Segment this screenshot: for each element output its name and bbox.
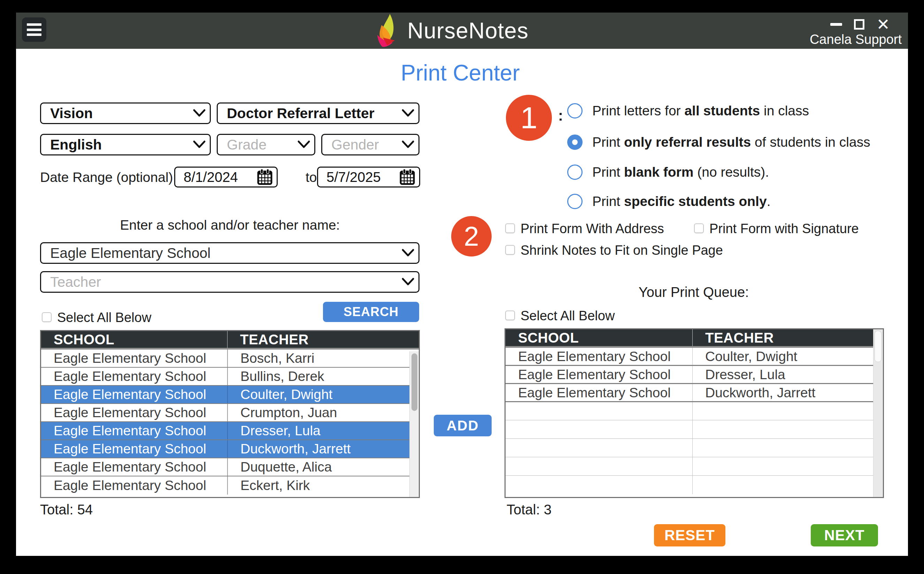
teacher-cell [693,457,873,475]
table-header: SCHOOL TEACHER [41,331,419,350]
radio-label: Print letters for all students in class [592,103,809,118]
chevron-down-icon [293,140,314,149]
left-select-all-label: Select All Below [57,310,151,325]
table-row[interactable]: Eagle Elementary School Coulter, Dwight [41,386,409,404]
table-row[interactable]: Eagle Elementary School Duckworth, Jarre… [41,440,409,458]
date-start-value: 8/1/2024 [175,169,257,185]
app-title: NurseNotes [407,18,529,44]
table-row[interactable]: Eagle Elementary School Crumpton, Juan [41,404,409,422]
radio-label: Print specific students only. [592,194,770,209]
teacher-cell: Bullins, Derek [228,368,409,385]
title-bar: NurseNotes ✕ Canela Support [16,13,908,49]
school-value: Eagle Elementary School [41,245,398,262]
school-dropdown[interactable]: Eagle Elementary School [40,242,419,264]
radio-specific-students[interactable]: Print specific students only. [567,194,770,209]
left-total-label: Total: 54 [40,502,93,517]
chevron-down-icon [398,278,419,287]
scrollbar-thumb[interactable] [875,331,881,362]
teacher-cell: Duckworth, Jarrett [693,384,873,401]
teacher-dropdown[interactable]: Teacher [40,271,419,293]
shrink-notes-checkbox[interactable] [505,245,515,255]
left-select-all-checkbox[interactable] [42,312,52,322]
table-row[interactable]: Eagle Elementary School Dresser, Lula [41,422,409,440]
table-row[interactable]: Eagle Elementary School Bosch, Karri [41,350,409,368]
left-table-scrollbar[interactable] [409,351,419,497]
chevron-down-icon [189,140,210,149]
flame-logo-icon [377,13,402,48]
queue-row[interactable] [505,402,873,420]
queue-row[interactable] [505,476,873,494]
school-cell: Eagle Elementary School [41,440,227,457]
language-dropdown[interactable]: English [40,134,211,155]
radio-label: Print only referral results of students … [592,134,870,150]
teacher-placeholder: Teacher [41,274,398,290]
radio-label: Print blank form (no results). [592,164,769,180]
teacher-cell [693,439,873,457]
print-form-with-signature-checkbox[interactable] [694,223,704,233]
queue-row[interactable] [505,420,873,439]
queue-row[interactable]: Eagle Elementary School Coulter, Dwight [505,348,873,366]
maximize-icon[interactable] [854,19,864,30]
teacher-cell: Coulter, Dwight [693,348,873,365]
teacher-cell: Dresser, Lula [228,422,409,440]
print-form-with-signature-label: Print Form with Signature [709,221,859,236]
radio-all-students[interactable]: Print letters for all students in class [567,103,809,118]
teacher-cell: Crumpton, Juan [228,404,409,421]
table-header: SCHOOL TEACHER [505,330,883,348]
school-cell: Eagle Elementary School [41,386,227,403]
radio-icon[interactable] [567,164,582,180]
school-cell: Eagle Elementary School [41,458,227,476]
school-cell: Eagle Elementary School [505,384,692,401]
teacher-cell [693,476,873,494]
radio-icon[interactable] [567,194,582,209]
date-end-field[interactable]: 5/7/2025 [317,167,420,188]
calendar-icon [400,169,415,185]
menu-button[interactable] [22,17,46,42]
teacher-cell: Coulter, Dwight [228,386,409,403]
school-cell [505,476,692,494]
table-row[interactable]: Eagle Elementary School Bullins, Derek [41,368,409,386]
teacher-column-header: TEACHER [693,330,883,346]
gender-placeholder: Gender [322,137,398,153]
radio-icon[interactable] [567,103,582,118]
queue-row[interactable]: Eagle Elementary School Duckworth, Jarre… [505,384,873,402]
queue-select-all-label: Select All Below [521,308,615,323]
scrollbar-thumb[interactable] [411,353,417,411]
gender-dropdown[interactable]: Gender [321,134,419,155]
school-column-header: SCHOOL [505,330,692,346]
close-icon[interactable]: ✕ [876,18,890,31]
teacher-column-header: TEACHER [228,331,419,348]
report-type-dropdown[interactable]: Doctor Referral Letter [217,102,419,124]
grade-placeholder: Grade [218,137,293,153]
grade-dropdown[interactable]: Grade [217,134,315,155]
step-1-colon: : [558,107,563,124]
queue-row[interactable] [505,439,873,457]
app-screen: NurseNotes ✕ Canela Support Print Center… [0,0,924,574]
date-range-label: Date Range (optional): [40,170,177,185]
print-form-with-address-checkbox[interactable] [505,223,515,233]
support-label: Canela Support [810,32,902,47]
table-row[interactable]: Eagle Elementary School Eckert, Kirk [41,476,409,495]
search-button[interactable]: SEARCH [323,302,419,322]
queue-table-scrollbar[interactable] [873,330,883,497]
radio-icon[interactable] [567,134,582,150]
reset-button[interactable]: RESET [654,524,726,546]
table-row[interactable]: Eagle Elementary School Duquette, Alica [41,458,409,476]
screening-type-dropdown[interactable]: Vision [40,102,211,124]
date-start-field[interactable]: 8/1/2024 [174,167,278,188]
minimize-icon[interactable] [830,23,842,26]
radio-blank-form[interactable]: Print blank form (no results). [567,164,769,180]
print-form-with-address-label: Print Form With Address [521,221,664,236]
next-button[interactable]: NEXT [811,524,878,546]
radio-only-referral-results[interactable]: Print only referral results of students … [567,134,870,150]
add-button[interactable]: ADD [434,415,492,436]
hamburger-icon [27,24,41,36]
queue-select-all-checkbox[interactable] [505,311,515,320]
school-search-heading: Enter a school and/or teacher name: [120,218,340,233]
table-body: Eagle Elementary School Coulter, Dwight … [505,348,873,494]
queue-row[interactable] [505,457,873,476]
school-teacher-table: SCHOOL TEACHER Eagle Elementary School B… [40,330,420,498]
screening-type-value: Vision [41,105,189,121]
school-cell: Eagle Elementary School [41,404,227,421]
queue-row[interactable]: Eagle Elementary School Dresser, Lula [505,366,873,384]
